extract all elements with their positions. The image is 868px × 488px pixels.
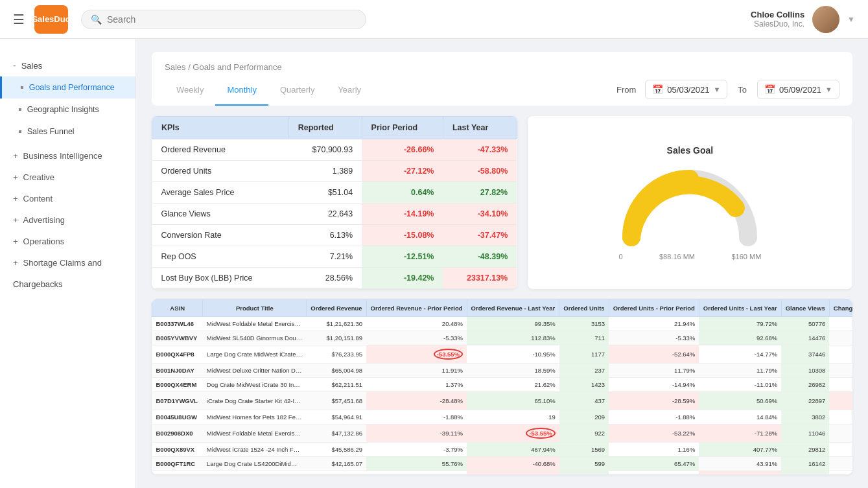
kpi-prior: 0.64% [362, 182, 443, 203]
table-cell: 14598 [781, 471, 829, 475]
table-cell: 14476 [781, 331, 829, 345]
table-cell: B000QFT1RC [152, 457, 203, 471]
table-cell: 19 [467, 410, 559, 424]
table-row: B001NJ0DAYMidWest Deluxe Critter Nation … [152, 364, 853, 378]
col-header: Ordered Revenue - Last Year [467, 300, 559, 317]
table-cell: -22.97% [829, 392, 852, 410]
tab-weekly[interactable]: Weekly [165, 80, 215, 106]
sidebar-item-content[interactable]: + Content [0, 188, 135, 209]
date-from-picker[interactable]: 📅 05/03/2021 ▼ [645, 80, 727, 99]
sidebar-item-bi[interactable]: + Business Intelligence [0, 145, 135, 167]
table-cell: Large Dog Crate LS4200DiMidWest iCrate D… [203, 457, 307, 471]
kpi-reported: 6.13% [288, 225, 362, 246]
col-prior: Prior Period [362, 117, 443, 139]
table-cell: 29812 [781, 443, 829, 457]
kpi-last: -47.33% [443, 139, 517, 161]
user-info: Chloe Collins SalesDuo, Inc. ▼ [751, 6, 855, 33]
table-cell: -39.11% [366, 424, 467, 443]
user-text: Chloe Collins SalesDuo, Inc. [751, 10, 804, 29]
dash-icon: - [13, 60, 16, 71]
date-to-picker[interactable]: 📅 05/09/2021 ▼ [757, 80, 839, 99]
table-cell: B000QX4ERM [152, 378, 203, 392]
table-cell: -9.89% [829, 345, 852, 364]
chevron-down-icon[interactable]: ▼ [847, 15, 855, 24]
table-cell: -28.59% [609, 392, 699, 410]
col-header: Ordered Units - Last Year [699, 300, 781, 317]
table-cell: -37.65% [699, 471, 781, 475]
col-header: Product Title [203, 300, 307, 317]
sidebar-item-sales[interactable]: - Sales [0, 54, 135, 76]
table-cell: B000QX89VX [152, 443, 203, 457]
table-cell: B0045U8UGW [152, 410, 203, 424]
col-kpis: KPIs [152, 117, 289, 139]
table-cell: B000QX4FP8 [152, 345, 203, 364]
table-cell: -5.33% [609, 331, 699, 345]
top-nav: ☰ Sales Duo 🔍 Chloe Collins SalesDuo, In… [0, 0, 868, 39]
table-cell: 1423 [559, 378, 609, 392]
sidebar-item-goals[interactable]: ▪ Goals and Performance [0, 76, 135, 99]
table-cell: Dog Crate MidWest iCrate 30 Inch Folding… [203, 378, 307, 392]
kpi-prior: -14.19% [362, 203, 443, 225]
table-row: B000QFT1RCLarge Dog Crate LS4200DiMidWes… [152, 457, 853, 471]
bullet-icon: ▪ [18, 104, 22, 115]
table-cell: -28.48% [366, 392, 467, 410]
kpi-section: KPIs Reported Prior Period Last Year Ord… [152, 116, 852, 289]
table-cell: 407.77% [699, 443, 781, 457]
page-layout: - Sales ▪ Goals and Performance ▪ Geogra… [0, 39, 868, 488]
table-cell: 65.10% [467, 392, 559, 410]
breadcrumb: Sales / Goals and Performance [165, 62, 839, 72]
table-cell: B001NJ0DAY [152, 364, 203, 378]
col-header: Ordered Units - Prior Period [609, 300, 699, 317]
table-cell: B001N0OCQ8 [152, 471, 203, 475]
gauge-title: Sales Goal [667, 145, 714, 156]
table-cell: 112.83% [467, 331, 559, 345]
table-cell: 11046 [781, 424, 829, 443]
search-input[interactable] [107, 14, 357, 25]
calendar-icon: 📅 [652, 84, 663, 95]
sidebar-item-shortage[interactable]: + Shortage Claims and [0, 252, 135, 273]
table-cell: MidWest Foldable Metal Exercise Pen / Pe… [203, 317, 307, 331]
tab-monthly[interactable]: Monthly [215, 80, 268, 106]
kpi-prior: -15.08% [362, 225, 443, 246]
table-row: Glance Views 22,643 -14.19% -34.10% [152, 203, 517, 225]
table-cell: 92.68% [699, 331, 781, 345]
sidebar-item-advertising[interactable]: + Advertising [0, 209, 135, 231]
tab-yearly[interactable]: Yearly [326, 80, 373, 106]
table-cell: 1.16% [609, 443, 699, 457]
sidebar-item-funnel[interactable]: ▪ Sales Funnel [0, 121, 135, 143]
kpi-table: KPIs Reported Prior Period Last Year Ord… [152, 116, 517, 289]
table-cell: Guinea Habitat Plus Guinea Pig Cage by M… [203, 471, 307, 475]
table-cell: MidWest iCrate 1524 -24 Inch Folding Met… [203, 443, 307, 457]
tab-quarterly[interactable]: Quarterly [268, 80, 326, 106]
table-cell: Large Dog Crate MidWest iCrate Folding M… [203, 345, 307, 364]
gauge-zero: 0 [618, 253, 622, 261]
table-cell: MidWest Homes for Pets 182 Ferret Nation… [203, 410, 307, 424]
sidebar-item-operations[interactable]: + Operations [0, 231, 135, 252]
kpi-last: 27.82% [443, 182, 517, 203]
table-cell: $39,562.55 [307, 471, 366, 475]
table-cell: $45,586.29 [307, 443, 366, 457]
search-bar[interactable]: 🔍 [81, 10, 366, 29]
table-row: B07D1YWGVLiCrate Dog Crate Starter Kit 4… [152, 392, 853, 410]
table-cell: $65,004.98 [307, 364, 366, 378]
table-cell: -37.94% [467, 471, 559, 475]
table-cell: -52.64% [609, 345, 699, 364]
sidebar-item-geo[interactable]: ▪ Geographic Insights [0, 99, 135, 121]
table-row: B000QX4ERMDog Crate MidWest iCrate 30 In… [152, 378, 853, 392]
sidebar-item-chargebacks[interactable]: Chargebacks [0, 273, 135, 295]
table-cell: -14.94% [609, 378, 699, 392]
sidebar-item-creative[interactable]: + Creative [0, 167, 135, 188]
user-name: Chloe Collins [751, 10, 804, 19]
kpi-last: 23317.13% [443, 268, 517, 289]
table-cell: 1177 [559, 345, 609, 364]
hamburger-icon[interactable]: ☰ [13, 12, 25, 27]
table-cell: -1.88% [366, 410, 467, 424]
kpi-name: Average Sales Price [152, 182, 289, 203]
table-cell: B00337WL46 [152, 317, 203, 331]
table-cell: -11.25% [609, 471, 699, 475]
chevron-down-icon: ▼ [713, 86, 720, 93]
gauge-wrap: Sales Goal 0 $88.16 MM $160 MM [528, 116, 852, 289]
table-cell: -53.55% [366, 345, 467, 364]
kpi-last: -37.47% [443, 225, 517, 246]
table-cell: $42,165.07 [307, 457, 366, 471]
